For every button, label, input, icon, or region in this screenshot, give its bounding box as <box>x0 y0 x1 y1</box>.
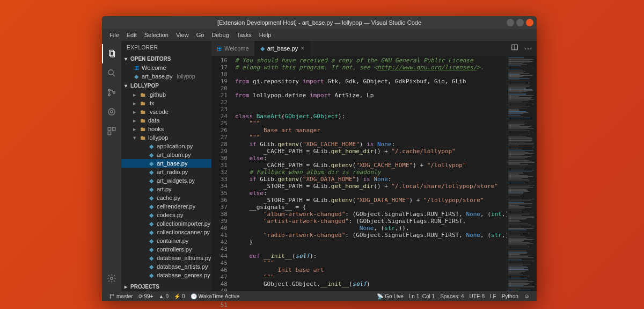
file-item[interactable]: ◆application.py <box>121 142 211 150</box>
svg-point-2 <box>108 70 113 75</box>
go-live-status[interactable]: 📡Go Live <box>374 293 406 299</box>
file-item[interactable]: ◆cellrenderer.py <box>121 202 211 211</box>
minimize-button[interactable] <box>507 19 514 26</box>
more-actions-icon[interactable]: ⋯ <box>524 44 532 54</box>
editor-tab[interactable]: ⊞Welcome <box>211 41 255 56</box>
sidebar: EXPLORER ▾ OPEN EDITORS ⊞Welcome◆art_bas… <box>121 41 211 291</box>
file-item[interactable]: ◆codecs.py <box>121 211 211 219</box>
file-item[interactable]: ◆art_radio.py <box>121 168 211 176</box>
split-editor-icon[interactable] <box>511 44 518 53</box>
status-bar: master ⟳ 99+ ▲0 ⚡0 🕐WakaTime Active 📡Go … <box>102 291 537 301</box>
project-tree: ▸🖿.github▸🖿.tx▸🖿.vscode▸🖿data▸🖿hooks▾🖿lo… <box>121 90 211 282</box>
wakatime-status[interactable]: 🕐WakaTime Active <box>188 293 243 299</box>
chevron-right-icon: ▸ <box>125 284 129 290</box>
broadcast-icon: 📡 <box>377 293 383 299</box>
debug-icon[interactable] <box>102 102 121 121</box>
encoding-status[interactable]: UTF-8 <box>467 293 487 299</box>
folder-item[interactable]: ▸🖿data <box>121 116 211 125</box>
file-item[interactable]: ◆database_albums.py <box>121 254 211 262</box>
folder-item[interactable]: ▸🖿.github <box>121 90 211 99</box>
editor-toolbar: ⋯ <box>507 41 537 56</box>
folder-item[interactable]: ▸🖿.tx <box>121 99 211 107</box>
file-item[interactable]: ◆collectionscanner.py <box>121 228 211 236</box>
code-content[interactable]: # You should have received a copy of the… <box>233 56 507 291</box>
svg-point-7 <box>108 109 115 115</box>
menu-tasks[interactable]: Tasks <box>233 31 255 39</box>
sidebar-title: EXPLORER <box>121 41 211 54</box>
sync-status[interactable]: ⟳ 99+ <box>136 293 156 299</box>
file-item[interactable]: ◆container.py <box>121 236 211 245</box>
open-editor-item[interactable]: ⊞Welcome <box>121 63 211 72</box>
open-editors-header[interactable]: ▾ OPEN EDITORS <box>121 54 211 63</box>
menu-file[interactable]: File <box>106 31 122 39</box>
svg-rect-1 <box>111 52 115 58</box>
file-item[interactable]: ◆art_album.py <box>121 150 211 159</box>
bolt-icon: ⚡ <box>174 293 180 299</box>
file-item[interactable]: ◆art.py <box>121 185 211 193</box>
activity-bar <box>102 41 121 291</box>
file-item[interactable]: ◆cache.py <box>121 193 211 202</box>
close-tab-icon[interactable]: × <box>301 45 304 52</box>
svg-line-3 <box>113 74 115 76</box>
svg-point-4 <box>108 89 111 91</box>
language-mode[interactable]: Python <box>499 293 521 299</box>
folder-item[interactable]: ▸🖿.vscode <box>121 107 211 116</box>
menu-edit[interactable]: Edit <box>123 31 140 39</box>
svg-rect-11 <box>108 132 111 135</box>
file-item[interactable]: ◆controllers.py <box>121 245 211 254</box>
git-branch[interactable]: master <box>106 293 136 299</box>
window-controls <box>507 19 533 26</box>
menubar: FileEditSelectionViewGoDebugTasksHelp <box>102 29 537 41</box>
settings-gear-icon[interactable] <box>102 269 121 288</box>
explorer-icon[interactable] <box>102 44 121 63</box>
open-editors-list: ⊞Welcome◆art_base.pylollypop <box>121 63 211 81</box>
svg-point-5 <box>108 94 111 96</box>
debug-status[interactable]: ⚡0 <box>171 293 188 299</box>
chevron-down-icon: ▾ <box>125 83 129 89</box>
projects-header[interactable]: ▸ PROJECTS <box>121 282 211 291</box>
folder-item[interactable]: ▸🖿hooks <box>121 125 211 133</box>
project-header[interactable]: ▾ LOLLYPOP <box>121 81 211 90</box>
minimap[interactable] <box>507 56 537 291</box>
line-numbers: 16 17 18 19 20 21 22 23 24 25 26 27 28 2… <box>211 56 233 291</box>
titlebar: [Extension Development Host] - art_base.… <box>102 16 537 29</box>
maximize-button[interactable] <box>516 19 524 26</box>
folder-item[interactable]: ▾🖿lollypop <box>121 133 211 142</box>
chevron-down-icon: ▾ <box>125 56 129 62</box>
menu-selection[interactable]: Selection <box>141 31 172 39</box>
eol-status[interactable]: LF <box>487 293 499 299</box>
file-item[interactable]: ◆art_widgets.py <box>121 176 211 185</box>
source-control-icon[interactable] <box>102 83 121 102</box>
vscode-window: [Extension Development Host] - art_base.… <box>102 16 537 301</box>
sync-icon: ⟳ <box>138 293 143 299</box>
menu-view[interactable]: View <box>173 31 192 39</box>
extensions-icon[interactable] <box>102 121 121 141</box>
editor-tab[interactable]: ◆art_base.py× <box>255 41 311 56</box>
file-item[interactable]: ◆art_base.py <box>121 159 211 168</box>
svg-point-15 <box>110 294 111 295</box>
file-item[interactable]: ◆database_genres.py <box>121 271 211 279</box>
search-icon[interactable] <box>102 63 121 83</box>
menu-go[interactable]: Go <box>193 31 208 39</box>
feedback-icon[interactable]: ☺ <box>521 293 532 299</box>
file-item[interactable]: ◆database_artists.py <box>121 262 211 271</box>
editor-tabs: ⊞Welcome◆art_base.py× ⋯ <box>211 41 537 56</box>
code-area[interactable]: 16 17 18 19 20 21 22 23 24 25 26 27 28 2… <box>211 56 537 291</box>
svg-rect-10 <box>113 127 115 130</box>
cursor-position[interactable]: Ln 1, Col 1 <box>406 293 437 299</box>
window-title: [Extension Development Host] - art_base.… <box>102 19 537 26</box>
error-icon: ▲ <box>159 293 164 299</box>
svg-point-8 <box>111 111 113 113</box>
close-button[interactable] <box>526 19 533 26</box>
menu-help[interactable]: Help <box>256 31 275 39</box>
problems-status[interactable]: ▲0 <box>156 293 171 299</box>
editor-group: ⊞Welcome◆art_base.py× ⋯ 16 17 18 19 20 2… <box>211 41 537 291</box>
svg-rect-0 <box>109 50 114 56</box>
svg-point-16 <box>110 297 111 298</box>
svg-point-6 <box>113 91 115 94</box>
open-editor-item[interactable]: ◆art_base.pylollypop <box>121 72 211 81</box>
indentation-status[interactable]: Spaces: 4 <box>437 293 466 299</box>
svg-rect-9 <box>108 127 111 130</box>
file-item[interactable]: ◆collectionimporter.py <box>121 219 211 228</box>
menu-debug[interactable]: Debug <box>208 31 232 39</box>
